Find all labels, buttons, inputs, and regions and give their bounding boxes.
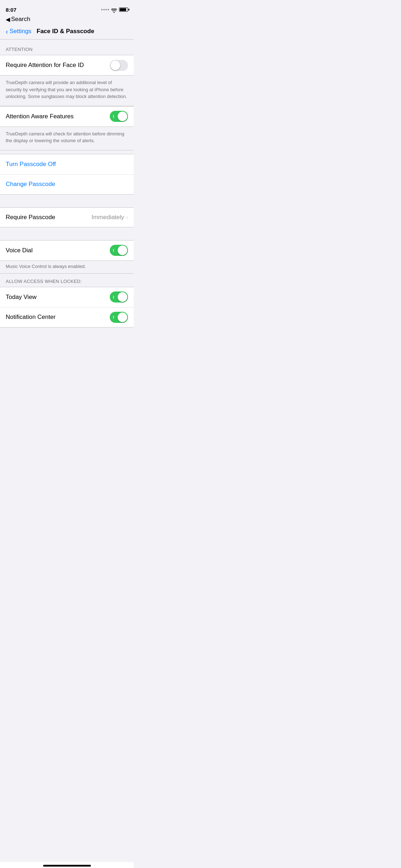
- attention-aware-row: Attention Aware Features I: [0, 107, 134, 126]
- signal-icon: [101, 9, 109, 10]
- chevron-right-icon: ›: [126, 215, 128, 220]
- status-icons: [101, 7, 128, 12]
- toggle-knob: [118, 292, 127, 302]
- attention-aware-label: Attention Aware Features: [6, 113, 110, 120]
- require-passcode-value-group: Immediately ›: [92, 214, 128, 221]
- turn-passcode-off-row[interactable]: Turn Passcode Off: [0, 154, 134, 174]
- search-back[interactable]: ◀ Search: [0, 16, 134, 25]
- today-view-row: Today View I: [0, 287, 134, 307]
- require-attention-description: TrueDepth camera will provide an additio…: [0, 76, 134, 106]
- require-attention-group: Require Attention for Face ID I: [0, 55, 134, 76]
- nav-bar: ‹ Settings Face ID & Passcode: [0, 25, 134, 40]
- require-attention-label: Require Attention for Face ID: [6, 62, 110, 69]
- change-passcode-label: Change Passcode: [6, 181, 55, 188]
- passcode-group: Turn Passcode Off Change Passcode: [0, 154, 134, 195]
- require-passcode-row[interactable]: Require Passcode Immediately ›: [0, 207, 134, 227]
- spacer-2: [0, 195, 134, 207]
- back-arrow-icon: ◀: [6, 16, 10, 23]
- attention-aware-group: Attention Aware Features I: [0, 106, 134, 127]
- settings-back-button[interactable]: ‹ Settings: [6, 28, 31, 35]
- spacer-3: [0, 227, 134, 240]
- toggle-knob: [110, 61, 120, 70]
- change-passcode-row[interactable]: Change Passcode: [0, 174, 134, 194]
- voice-dial-toggle[interactable]: I: [110, 245, 128, 256]
- voice-dial-note: Music Voice Control is always enabled.: [0, 261, 134, 274]
- require-passcode-label: Require Passcode: [6, 214, 92, 221]
- notification-center-label: Notification Center: [6, 314, 110, 321]
- turn-passcode-off-label: Turn Passcode Off: [6, 161, 56, 168]
- toggle-knob: [118, 112, 127, 121]
- notification-center-toggle[interactable]: I: [110, 312, 128, 323]
- attention-section-header: ATTENTION: [0, 40, 134, 55]
- toggle-knob: [118, 246, 127, 255]
- voice-dial-group: Voice Dial I: [0, 240, 134, 261]
- attention-aware-description: TrueDepth camera will check for attentio…: [0, 127, 134, 150]
- search-back-label: Search: [11, 16, 30, 23]
- require-attention-row: Require Attention for Face ID I: [0, 55, 134, 75]
- nav-back-label: Settings: [10, 28, 31, 35]
- attention-aware-toggle[interactable]: I: [110, 111, 128, 122]
- status-bar: 8:07: [0, 0, 134, 16]
- today-view-label: Today View: [6, 294, 110, 301]
- notification-center-row: Notification Center I: [0, 307, 134, 327]
- wifi-icon: [111, 7, 117, 12]
- allow-access-header: ALLOW ACCESS WHEN LOCKED:: [0, 274, 134, 287]
- chevron-left-icon: ‹: [6, 28, 8, 35]
- allow-access-group: Today View I Notification Center I: [0, 287, 134, 327]
- toggle-knob: [118, 312, 127, 322]
- voice-dial-row: Voice Dial I: [0, 241, 134, 260]
- voice-dial-label: Voice Dial: [6, 247, 110, 254]
- require-attention-toggle[interactable]: I: [110, 60, 128, 71]
- spacer-1: [0, 150, 134, 154]
- status-time: 8:07: [6, 7, 16, 13]
- require-passcode-value: Immediately: [92, 214, 124, 221]
- battery-icon: [119, 7, 128, 12]
- page-title: Face ID & Passcode: [37, 28, 94, 35]
- bottom-padding: [0, 327, 134, 349]
- today-view-toggle[interactable]: I: [110, 291, 128, 303]
